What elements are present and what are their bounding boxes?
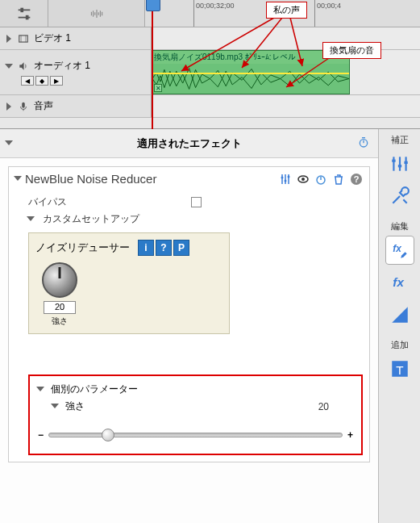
disclosure-icon[interactable] <box>38 384 43 395</box>
strength-knob[interactable] <box>42 262 77 298</box>
preset-button[interactable]: P <box>173 240 189 256</box>
expand-icon[interactable] <box>5 35 13 43</box>
track-next-button[interactable]: ▶ <box>50 76 63 86</box>
svg-rect-1 <box>25 15 28 20</box>
strength-slider[interactable] <box>48 433 343 437</box>
help-button[interactable]: ? <box>156 240 172 256</box>
effect-name: NewBlue Noise Reducer <box>25 172 274 186</box>
strength-value[interactable]: 20 <box>44 301 76 314</box>
transition-icon[interactable] <box>385 300 414 329</box>
param-strength-value[interactable]: 20 <box>318 401 329 412</box>
ruler-tick: 00;00;32;00 <box>193 0 235 27</box>
tools-icon[interactable] <box>385 182 414 211</box>
right-sidebar: 補正 編集 fx fx 追加 T <box>378 129 420 523</box>
svg-point-25 <box>281 176 284 178</box>
audio-track-header[interactable]: オーディオ 1 ◀ ◆ ▶ <box>0 50 152 94</box>
effect-block: NewBlue Noise Reducer ? バイパス <box>8 166 370 462</box>
timeline-toolbar: 00;00;32;00 00;00;4 <box>0 0 420 27</box>
effect-inner: バイパス カスタムセットアップ ノイズリデューサー i ? <box>9 190 369 462</box>
svg-rect-0 <box>20 8 23 13</box>
video-track-label: ビデオ 1 <box>34 31 71 45</box>
voice-track: 音声 <box>0 95 420 118</box>
bypass-checkbox[interactable] <box>191 197 202 207</box>
sidebar-correct-label: 補正 <box>391 134 409 146</box>
strength-knob-group: 20 強さ <box>35 262 84 327</box>
voice-track-label: 音声 <box>34 99 53 113</box>
effects-header: 適用されたエフェクト <box>0 129 378 158</box>
sidebar-edit-label: 編集 <box>391 220 409 232</box>
collapse-icon[interactable] <box>5 62 13 70</box>
individual-params-box: 個別のパラメーター 強さ 20 − + <box>28 374 363 455</box>
sidebar-add-label: 追加 <box>391 339 409 351</box>
slider-thumb[interactable] <box>102 429 114 441</box>
svg-rect-37 <box>392 160 395 162</box>
info-button[interactable]: i <box>138 240 154 256</box>
callout-my-voice: 私の声 <box>266 2 307 19</box>
audio-clip[interactable]: 換気扇ノイズ0119b.mp3 ﾎﾞﾘｭｰﾑ:レベル ✕ <box>152 50 350 94</box>
stopwatch-icon[interactable] <box>357 136 370 151</box>
voice-track-header[interactable]: 音声 <box>0 95 152 117</box>
custom-setup-label: カスタムセットアップ <box>43 212 139 226</box>
svg-text:T: T <box>396 363 403 377</box>
bypass-label: バイパス <box>28 195 67 209</box>
tool-waveform-icon[interactable] <box>48 0 145 27</box>
mic-icon <box>18 101 29 112</box>
strength-slider-row: − + <box>38 429 353 441</box>
params-title-row: 個別のパラメーター <box>38 381 353 398</box>
film-icon <box>18 33 29 44</box>
svg-point-29 <box>301 178 305 181</box>
effects-title: 適用されたエフェクト <box>137 136 242 151</box>
clip-label: 換気扇ノイズ0119b.mp3 ﾎﾞﾘｭｰﾑ:レベル <box>152 51 349 64</box>
fx-edit-icon[interactable]: fx <box>385 236 414 265</box>
reducer-title: ノイズリデューサー <box>35 241 130 255</box>
playhead[interactable] <box>152 0 153 129</box>
params-title: 個別のパラメーター <box>51 383 138 396</box>
expand-icon[interactable] <box>5 103 13 111</box>
custom-panel: ノイズリデューサー i ? P 20 強さ <box>28 232 230 334</box>
voice-track-content[interactable] <box>152 95 420 117</box>
param-strength-label: 強さ <box>65 400 85 413</box>
svg-text:?: ? <box>354 174 360 184</box>
audio-track-label: オーディオ 1 <box>34 59 90 73</box>
sidebar-edit-section: 編集 fx fx <box>379 215 420 334</box>
slider-plus[interactable]: + <box>347 429 353 441</box>
effect-titlebar: NewBlue Noise Reducer ? <box>9 167 369 190</box>
trash-icon[interactable] <box>332 173 345 186</box>
track-prev-button[interactable]: ◀ <box>21 76 34 86</box>
effects-panel: 適用されたエフェクト NewBlue Noise Reducer ? <box>0 129 420 523</box>
track-keyframe-button[interactable]: ◆ <box>35 76 48 86</box>
disclosure-icon[interactable] <box>52 401 57 412</box>
svg-text:fx: fx <box>393 275 404 289</box>
svg-point-27 <box>288 175 290 178</box>
fx-icon[interactable]: fx <box>385 268 414 297</box>
ruler-tick: 00;00;4 <box>314 0 341 27</box>
panel-disclosure-icon[interactable] <box>6 137 11 149</box>
text-icon[interactable]: T <box>385 354 414 383</box>
bypass-row: バイパス <box>28 194 363 211</box>
svg-point-26 <box>285 179 287 182</box>
eye-icon[interactable] <box>297 173 310 186</box>
stopwatch-small-icon[interactable] <box>314 173 327 186</box>
sliders-icon[interactable] <box>279 173 292 186</box>
svg-rect-14 <box>22 102 25 107</box>
volume-line[interactable] <box>152 73 349 74</box>
waveform <box>152 64 349 94</box>
disclosure-icon[interactable] <box>28 214 36 225</box>
slider-minus[interactable]: − <box>38 429 44 441</box>
adjust-sliders-icon[interactable] <box>385 149 414 178</box>
sidebar-correct-section: 補正 <box>379 129 420 215</box>
callout-fan-noise: 換気扇の音 <box>322 42 381 59</box>
effects-main: 適用されたエフェクト NewBlue Noise Reducer ? <box>0 129 378 523</box>
svg-rect-11 <box>19 35 28 41</box>
svg-rect-39 <box>404 161 407 164</box>
help-icon[interactable]: ? <box>350 173 363 186</box>
effects-body: NewBlue Noise Reducer ? バイパス <box>0 158 378 523</box>
strength-label: 強さ <box>52 316 68 327</box>
tool-adjust-icon[interactable] <box>0 0 48 27</box>
param-strength-row: 強さ 20 <box>38 398 353 415</box>
custom-setup-row: カスタムセットアップ <box>28 211 363 228</box>
sidebar-add-section: 追加 T <box>379 334 420 388</box>
effect-disclosure-icon[interactable] <box>15 174 20 185</box>
video-track-header[interactable]: ビデオ 1 <box>0 27 152 49</box>
clip-fx-handle[interactable]: ✕ <box>154 84 162 92</box>
